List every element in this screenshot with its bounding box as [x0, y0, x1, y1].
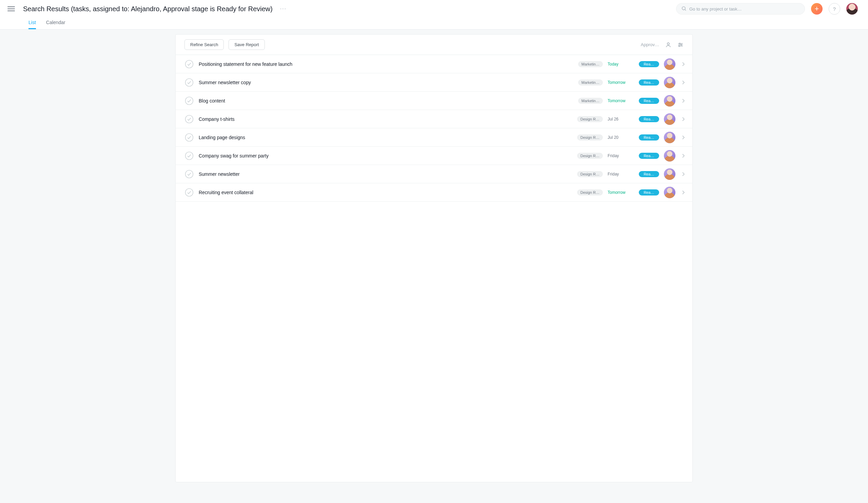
assignee-avatar-icon [664, 150, 675, 162]
svg-point-9 [185, 60, 193, 68]
approval-stage-pill[interactable]: Rea… [639, 116, 659, 122]
task-name[interactable]: Summer newsletter copy [199, 80, 574, 85]
task-row[interactable]: Landing page designs Design R… Jul 20 Re… [176, 128, 692, 147]
due-date[interactable]: Today [608, 62, 634, 67]
open-details-icon[interactable] [680, 134, 686, 141]
task-row[interactable]: Positioning statement for new feature la… [176, 55, 692, 73]
filter-field-label[interactable]: Approv… [641, 42, 659, 47]
svg-point-8 [679, 46, 680, 47]
open-details-icon[interactable] [680, 152, 686, 160]
due-date[interactable]: Tomorrow [608, 190, 634, 195]
global-search[interactable] [676, 3, 805, 14]
approval-stage-pill[interactable]: Rea… [639, 153, 659, 159]
menu-toggle-button[interactable] [8, 4, 17, 13]
project-pill[interactable]: Marketin… [578, 61, 603, 67]
help-button[interactable]: ? [829, 3, 840, 14]
search-icon [681, 6, 686, 12]
complete-toggle[interactable] [185, 78, 194, 87]
approval-stage-pill[interactable]: Rea… [639, 189, 659, 195]
project-pill[interactable]: Marketin… [578, 98, 603, 104]
assignee-avatar-icon [664, 187, 675, 198]
project-pill[interactable]: Design R… [577, 189, 603, 195]
assignee-avatar-icon [664, 113, 675, 125]
assignee-avatar[interactable] [664, 187, 675, 198]
filter-settings-icon[interactable] [678, 42, 683, 48]
assignee-avatar[interactable] [664, 113, 675, 125]
project-pill[interactable]: Design R… [577, 116, 603, 122]
svg-point-6 [681, 44, 682, 45]
task-name[interactable]: Positioning statement for new feature la… [199, 61, 574, 67]
task-name[interactable]: Recruiting event collateral [199, 190, 572, 195]
open-details-icon[interactable] [680, 79, 686, 86]
quick-add-button[interactable]: + [811, 3, 823, 14]
approval-stage-pill[interactable]: Rea… [639, 61, 659, 67]
svg-point-12 [185, 115, 193, 123]
open-details-icon[interactable] [680, 97, 686, 104]
page-title-more-button[interactable]: ··· [279, 5, 288, 12]
project-pill[interactable]: Marketin… [578, 79, 603, 85]
open-details-icon[interactable] [680, 189, 686, 196]
results-toolbar: Refine Search Save Report Approv… [176, 34, 692, 55]
project-pill[interactable]: Design R… [577, 134, 603, 141]
assignee-avatar-icon [664, 77, 675, 88]
complete-toggle[interactable] [185, 169, 194, 179]
due-date[interactable]: Jul 26 [608, 117, 634, 121]
project-pill[interactable]: Design R… [577, 171, 603, 177]
user-avatar-icon [846, 3, 858, 14]
complete-toggle[interactable] [185, 188, 194, 197]
assignee-avatar-icon [664, 95, 675, 107]
due-date[interactable]: Friday [608, 153, 634, 158]
results-panel: Refine Search Save Report Approv… [175, 34, 693, 482]
complete-toggle[interactable] [185, 59, 194, 69]
open-details-icon[interactable] [680, 60, 686, 68]
save-report-button[interactable]: Save Report [228, 39, 265, 50]
approval-stage-pill[interactable]: Rea… [639, 134, 659, 141]
task-row[interactable]: Summer newsletter copy Marketin… Tomorro… [176, 73, 692, 92]
due-date[interactable]: Tomorrow [608, 98, 634, 103]
assignee-avatar-icon [664, 168, 675, 180]
task-name[interactable]: Landing page designs [199, 135, 572, 140]
task-row[interactable]: Company t-shirts Design R… Jul 26 Rea… [176, 110, 692, 128]
complete-toggle[interactable] [185, 96, 194, 105]
assignee-avatar[interactable] [664, 132, 675, 143]
task-row[interactable]: Blog content Marketin… Tomorrow Rea… [176, 92, 692, 110]
refine-search-button[interactable]: Refine Search [185, 39, 224, 50]
approval-stage-pill[interactable]: Rea… [639, 79, 659, 85]
svg-point-16 [185, 188, 193, 196]
task-name[interactable]: Company swag for summer party [199, 153, 572, 159]
global-search-input[interactable] [689, 7, 800, 11]
open-details-icon[interactable] [680, 170, 686, 178]
assignee-avatar[interactable] [664, 58, 675, 70]
tab-calendar[interactable]: Calendar [46, 20, 65, 29]
assignee-avatar-icon [664, 132, 675, 143]
svg-point-14 [185, 152, 193, 160]
due-date[interactable]: Tomorrow [608, 80, 634, 85]
tab-list[interactable]: List [29, 20, 36, 29]
approval-stage-pill[interactable]: Rea… [639, 171, 659, 177]
assignee-avatar[interactable] [664, 77, 675, 88]
task-row[interactable]: Summer newsletter Design R… Friday Rea… [176, 165, 692, 183]
due-date[interactable]: Friday [608, 172, 634, 177]
complete-toggle[interactable] [185, 114, 194, 124]
svg-point-11 [185, 97, 193, 104]
view-tabs: List Calendar [8, 18, 858, 29]
svg-point-10 [185, 78, 193, 86]
task-name[interactable]: Company t-shirts [199, 117, 572, 122]
approval-stage-pill[interactable]: Rea… [639, 98, 659, 104]
task-name[interactable]: Summer newsletter [199, 171, 572, 177]
task-name[interactable]: Blog content [199, 98, 574, 103]
complete-toggle[interactable] [185, 133, 194, 142]
svg-point-2 [667, 43, 669, 45]
complete-toggle[interactable] [185, 151, 194, 161]
due-date[interactable]: Jul 20 [608, 135, 634, 140]
assignee-avatar[interactable] [664, 150, 675, 162]
user-avatar-button[interactable] [846, 3, 858, 14]
assignee-avatar[interactable] [664, 95, 675, 107]
task-row[interactable]: Recruiting event collateral Design R… To… [176, 183, 692, 202]
open-details-icon[interactable] [680, 115, 686, 123]
project-pill[interactable]: Design R… [577, 153, 603, 159]
svg-point-15 [185, 170, 193, 178]
task-row[interactable]: Company swag for summer party Design R… … [176, 147, 692, 165]
assignee-filter-icon[interactable] [665, 42, 671, 48]
assignee-avatar[interactable] [664, 168, 675, 180]
